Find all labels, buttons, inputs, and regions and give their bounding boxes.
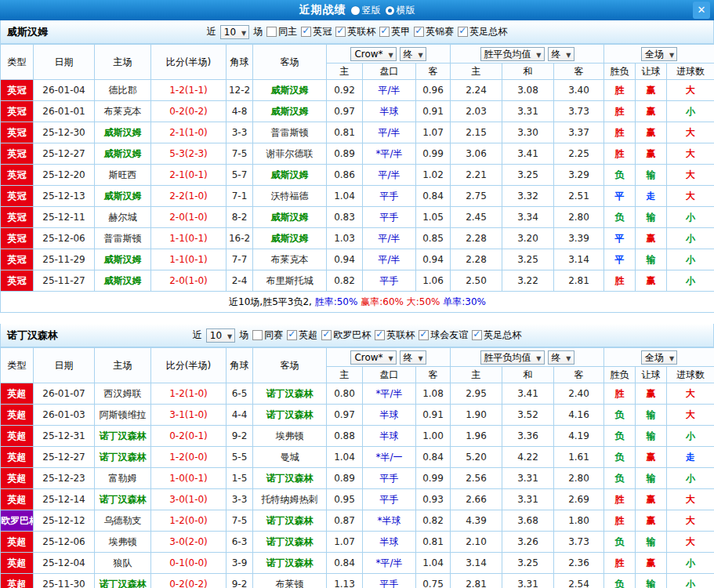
odds-away: 0.94 — [416, 249, 451, 270]
handicap-line: 半球 — [363, 426, 416, 447]
match-count-select[interactable]: 10 — [220, 25, 249, 39]
odds-away: 0.85 — [416, 228, 451, 249]
scope-select[interactable]: 全场 — [641, 350, 677, 365]
league-type-badge: 英超 — [1, 426, 34, 447]
league-checkbox-icon[interactable] — [419, 330, 429, 340]
away-team: 曼城 — [253, 447, 327, 468]
league-checkbox-icon[interactable] — [375, 330, 385, 340]
same-filter-label: 同主 — [278, 25, 297, 38]
odds-group-header: Crow*终 — [327, 348, 451, 367]
result-handicap: 输 — [636, 574, 667, 588]
match-row: 英超25-12-31诺丁汉森林0-2(0-1)9-2埃弗顿0.88半球1.001… — [1, 426, 714, 447]
match-score: 5-3(2-3) — [151, 143, 227, 165]
avg-final-value: 终 — [552, 49, 561, 60]
league-filter[interactable]: 球会友谊 — [419, 328, 468, 342]
result-handicap: 输 — [636, 165, 667, 186]
result-outcome: 胜 — [604, 510, 636, 532]
league-checkbox-icon[interactable] — [301, 27, 311, 37]
odds-away: 0.99 — [416, 143, 451, 165]
radio-selected-icon[interactable] — [386, 6, 394, 15]
league-checkbox-icon[interactable] — [458, 27, 468, 37]
odds-home: 0.95 — [327, 489, 363, 510]
league-filter[interactable]: 英足总杯 — [472, 328, 521, 342]
bookmaker-select[interactable]: Crow* — [350, 350, 396, 365]
result-goals: 走 — [667, 447, 714, 468]
league-type-badge: 英冠 — [1, 122, 34, 143]
match-date: 25-11-29 — [34, 249, 95, 270]
league-filter[interactable]: 英联杯 — [335, 25, 375, 38]
avg-type-select[interactable]: 胜平负均值 — [480, 47, 545, 61]
avg-type-select[interactable]: 胜平负均值 — [480, 350, 545, 365]
league-checkbox-icon[interactable] — [379, 27, 390, 37]
same-checkbox-icon[interactable] — [266, 27, 277, 37]
avg-home: 2.21 — [451, 165, 502, 186]
avg-home: 2.03 — [451, 101, 502, 122]
bookmaker-select[interactable]: Crow* — [350, 47, 396, 61]
avg-away: 2.54 — [554, 574, 604, 588]
odds-final-select[interactable]: 终 — [400, 350, 426, 365]
match-row: 英冠26-01-04德比郡1-2(1-1)12-2威斯汉姆0.92平/半0.96… — [1, 80, 714, 101]
odds-home: 0.87 — [327, 510, 363, 532]
league-type-badge: 英冠 — [1, 80, 34, 101]
home-team: 威斯汉姆 — [95, 270, 151, 292]
match-row: 英冠25-11-27威斯汉姆2-0(1-0)2-4布里斯托城0.82平手1.06… — [1, 270, 714, 292]
layout-radio-horizontal[interactable]: 横版 — [386, 4, 415, 17]
league-filter[interactable]: 英锦赛 — [414, 25, 454, 38]
avg-away: 2.36 — [554, 553, 604, 574]
match-date: 25-11-30 — [34, 574, 95, 588]
result-goals: 大 — [667, 122, 714, 143]
league-filter[interactable]: 英冠 — [301, 25, 332, 38]
handicap-line: 平/半 — [363, 165, 416, 186]
handicap-line: 平手 — [363, 270, 416, 292]
match-row: 英超25-12-06埃弗顿3-0(2-0)6-3诺丁汉森林1.07半球0.812… — [1, 532, 714, 553]
league-filter[interactable]: 英甲 — [379, 25, 410, 38]
league-filter[interactable]: 英超 — [287, 328, 317, 342]
league-checkbox-icon[interactable] — [287, 330, 297, 340]
odds-away: 0.82 — [416, 510, 451, 532]
layout-radio-vertical[interactable]: 竖版 — [351, 4, 381, 17]
result-handicap: 赢 — [636, 143, 667, 165]
column-subheader: 盘口 — [363, 64, 416, 80]
column-header: 类型 — [1, 45, 34, 80]
odds-home: 1.03 — [327, 228, 363, 249]
result-outcome: 胜 — [604, 80, 636, 101]
avg-final-select[interactable]: 终 — [548, 47, 574, 61]
close-button[interactable]: ✕ — [693, 2, 710, 19]
home-team: 威斯汉姆 — [95, 143, 151, 165]
same-filter[interactable]: 同主 — [266, 25, 297, 38]
league-checkbox-icon[interactable] — [321, 330, 332, 340]
corner-count: 6-3 — [227, 532, 253, 553]
radio-unselected-icon[interactable] — [351, 6, 360, 15]
avg-draw: 3.36 — [502, 426, 554, 447]
match-count-select[interactable]: 10 — [206, 328, 235, 343]
match-date: 25-12-13 — [34, 186, 95, 207]
scope-select[interactable]: 全场 — [641, 47, 677, 61]
home-team: 布莱克本 — [95, 101, 151, 122]
column-subheader: 和 — [502, 64, 554, 80]
column-subheader: 胜负 — [604, 367, 636, 383]
league-filter[interactable]: 英足总杯 — [458, 25, 507, 38]
league-checkbox-icon[interactable] — [472, 330, 482, 340]
league-type-badge: 英超 — [1, 383, 34, 405]
league-checkbox-icon[interactable] — [335, 27, 346, 37]
league-filter[interactable]: 欧罗巴杯 — [321, 328, 371, 342]
avg-draw: 3.08 — [502, 80, 554, 101]
away-team: 布里斯托城 — [253, 270, 327, 292]
avg-final-select[interactable]: 终 — [548, 350, 574, 365]
corner-count: 9-2 — [227, 574, 253, 588]
odds-final-select[interactable]: 终 — [400, 47, 426, 61]
avg-home: 5.20 — [451, 447, 502, 468]
avg-away: 3.73 — [554, 532, 604, 553]
column-subheader: 进球数 — [667, 64, 714, 80]
home-team: 诺丁汉森林 — [95, 574, 151, 588]
league-filter[interactable]: 英联杯 — [375, 328, 415, 342]
column-subheader: 主 — [327, 64, 363, 80]
match-row: 英超25-12-23富勒姆1-0(0-1)1-5诺丁汉森林0.89平手0.992… — [1, 468, 714, 489]
match-row: 欧罗巴杯25-12-12乌德勒支1-2(0-0)7-5诺丁汉森林0.87*半球0… — [1, 510, 714, 532]
same-filter[interactable]: 同赛 — [252, 328, 283, 342]
home-team: 狼队 — [95, 553, 151, 574]
league-checkbox-icon[interactable] — [414, 27, 424, 37]
result-outcome: 胜 — [604, 143, 636, 165]
result-outcome: 胜 — [604, 122, 636, 143]
same-checkbox-icon[interactable] — [252, 330, 263, 340]
